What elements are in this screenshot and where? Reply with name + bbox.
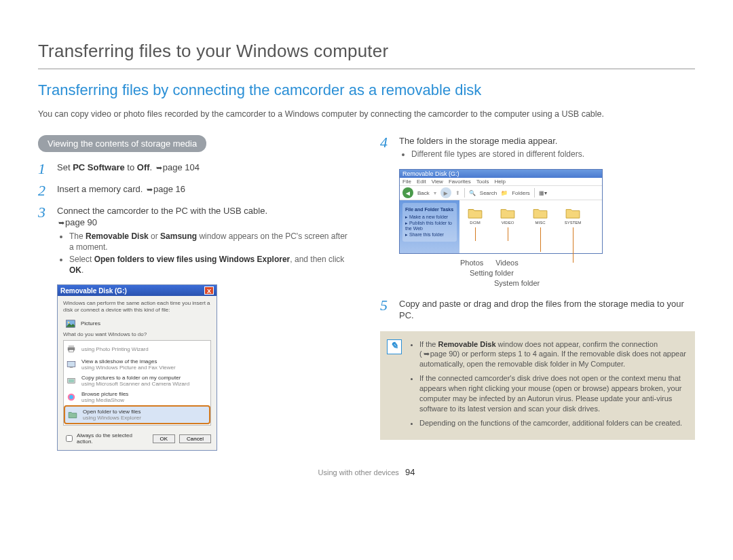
folder-misc-label: MISC [535,221,546,225]
dlg-opt-open-folder[interactable]: Open folder to view filesusing Windows E… [64,405,210,424]
step-3-text: Connect the camcorder to the PC with the… [57,206,267,216]
step-2-number: 2 [38,183,50,198]
callout-system: System folder [494,278,695,288]
s3b2-post: . [81,265,83,275]
folder-misc[interactable]: MISC [529,207,552,252]
folder-icon [532,207,548,219]
menu-edit[interactable]: Edit [417,179,426,185]
folder-dcim[interactable]: DCIM [464,207,487,252]
step-1-bold-1: PC Software [73,162,125,172]
step-5-number: 5 [380,298,392,322]
ok-button[interactable]: OK [153,434,176,443]
svg-point-1 [68,322,69,323]
dlg-opt-photo-wizard[interactable]: using Photo Printing Wizard [64,341,210,356]
right-column: 4 The folders in the storage media appea… [380,135,695,451]
side-task-2[interactable]: ▸ Publish this folder to the Web [405,221,454,232]
svg-rect-6 [70,367,73,368]
page-footer: Using with other devices 94 [38,467,695,477]
mediashow-icon [65,392,77,403]
cancel-button[interactable]: Cancel [179,434,211,443]
folder-callouts: Photos Videos Setting folder System fold… [460,258,695,288]
opt2-sub: using Windows Picture and Fax Viewer [81,365,176,371]
dialog-titlebar[interactable]: Removable Disk (G:) X [58,285,217,296]
title-rule [38,69,695,69]
s3b2-bold1: Open folders to view files using Windows… [94,255,290,264]
svg-rect-2 [69,346,74,348]
step-2-text: Insert a memory card. [57,184,145,194]
opt4-title: Browse picture files [81,391,128,397]
step-3-number: 3 [38,205,50,278]
callout-setting: Setting folder [470,268,695,278]
step-3-ref: page 90 [57,217,97,227]
svg-point-10 [69,395,73,399]
step-1-text-pre: Set [57,162,73,172]
n1-bold: Removable Disk [438,340,496,348]
search-label: Search [480,190,497,196]
step-1-number: 1 [38,162,50,176]
close-icon[interactable]: X [204,286,214,295]
menu-tools[interactable]: Tools [476,179,489,185]
note-icon: ✎ [387,339,402,354]
s3b2-pre: Select [69,255,94,264]
step-1-bold-2: Off [137,162,150,172]
folders-label: Folders [512,190,530,196]
explorer-sidebar: File and Folder Tasks ▸ Make a new folde… [400,200,459,253]
page-title: Transferring files to your Windows compu… [38,41,695,62]
forward-icon[interactable]: ► [440,187,451,198]
back-icon[interactable]: ◄ [402,187,413,198]
always-checkbox[interactable]: Always do the selected action. [63,432,149,445]
folder-system[interactable]: SYSTEM [561,207,584,252]
dlg-opt-copy[interactable]: Copy pictures to a folder on my computer… [64,373,210,389]
dialog-media-type: Pictures [63,316,211,331]
folder-dcim-label: DCIM [470,221,480,225]
folder-video-label: VIDEO [502,221,514,225]
folder-system-label: SYSTEM [565,221,582,225]
folders-icon[interactable]: 📁 [501,190,508,196]
side-task-1[interactable]: ▸ Make a new folder [405,214,454,220]
menu-help[interactable]: Help [494,179,505,185]
step-5: 5 Copy and paste or drag and drop the fi… [380,298,695,322]
explorer-main: DCIM VIDEO MISC [459,200,602,253]
s3b1-bold2: Samsung [160,231,197,241]
explorer-window: Removable Disk (G:) File Edit View Favor… [399,169,603,254]
up-icon[interactable]: ⬆ [455,190,460,196]
step-1: 1 Set PC Software to Off. page 104 [38,162,353,176]
step-4-text: The folders in the storage media appear. [399,136,557,146]
left-column: Viewing the contents of storage media 1 … [38,135,353,451]
dlg-opt-browse[interactable]: Browse picture filesusing MediaShow [64,389,210,405]
views-icon[interactable]: ▦▾ [539,190,547,196]
note-item-3: Depending on the functions of the camcor… [419,418,687,428]
s3b1-bold1: Removable Disk [86,231,149,241]
note-item-2: If the connected camcorder's disk drive … [419,373,687,413]
svg-rect-8 [69,379,74,383]
pictures-label: Pictures [81,320,100,326]
folder-icon [467,207,483,219]
callout-videos: Videos [495,258,518,268]
scanner-icon [65,375,77,386]
step-2-ref: page 16 [145,184,185,194]
side-task-3[interactable]: ▸ Share this folder [405,232,454,238]
menu-file[interactable]: File [402,179,411,185]
note-item-1: If the Removable Disk window does not ap… [419,339,687,370]
footer-section: Using with other devices [318,468,399,477]
n1-pre: If the [419,340,438,348]
s3b2-mid: , and then click [290,255,344,264]
step-3-bullet-1: The Removable Disk or Samsung window app… [69,231,353,253]
opt5-title: Open folder to view files [83,409,141,415]
explorer-titlebar[interactable]: Removable Disk (G:) [400,170,602,178]
always-label: Always do the selected action. [77,432,149,445]
menu-favorites[interactable]: Favorites [449,179,471,185]
dlg-opt-slideshow[interactable]: View a slideshow of the imagesusing Wind… [64,356,210,373]
opt3-sub: using Microsoft Scanner and Camera Wizar… [81,381,189,387]
search-icon[interactable]: 🔍 [469,190,476,196]
explorer-toolbar: ◄ Back ▾ ► ⬆ 🔍Search 📁Folders ▦▾ [400,185,602,200]
explorer-menubar[interactable]: File Edit View Favorites Tools Help [400,178,602,185]
step-4: 4 The folders in the storage media appea… [380,135,695,162]
subsection-pill: Viewing the contents of storage media [38,135,206,152]
n1-tail: ) or perform steps 1 to 4 again. If the … [419,350,686,368]
folder-icon [565,207,581,219]
folder-video[interactable]: VIDEO [496,207,519,252]
footer-page-number: 94 [405,467,415,477]
menu-view[interactable]: View [432,179,443,185]
side-heading: File and Folder Tasks [405,207,454,212]
